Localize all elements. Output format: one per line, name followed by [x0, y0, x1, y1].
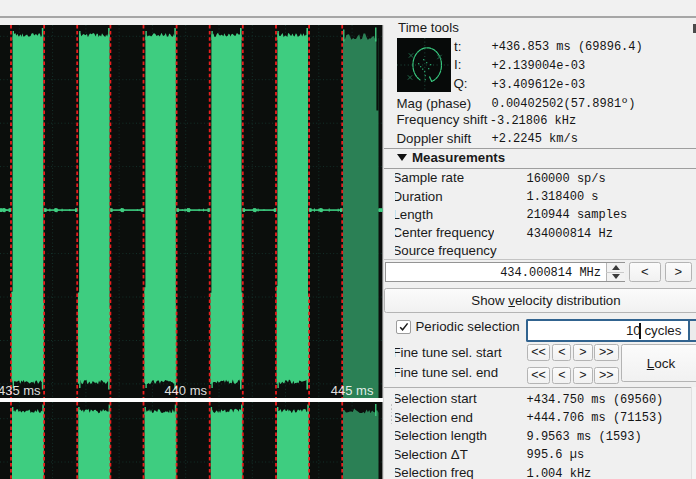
svg-text:445 ms: 445 ms [331, 383, 374, 398]
svg-text:440 ms: 440 ms [164, 383, 207, 398]
svg-text:435 ms: 435 ms [0, 383, 41, 398]
